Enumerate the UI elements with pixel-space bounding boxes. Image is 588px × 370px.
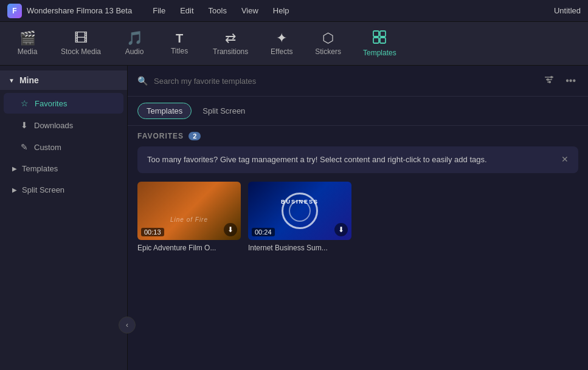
svg-rect-2: [373, 38, 379, 43]
template-title: Epic Adventure Film O...: [137, 244, 241, 252]
media-label: Media: [18, 47, 38, 56]
template-duration: 00:24: [252, 228, 275, 236]
sidebar-item-favorites[interactable]: ☆ Favorites: [4, 93, 123, 114]
sidebar-favorites-label: Favorites: [35, 99, 67, 108]
sidebar-group-split-screen[interactable]: ▶ Split Screen: [4, 180, 123, 200]
template-title: Internet Business Sum...: [248, 244, 351, 252]
download-icon[interactable]: ⬇: [334, 223, 348, 236]
stickers-icon: ⬡: [322, 32, 334, 45]
menu-tools[interactable]: Tools: [202, 4, 233, 18]
svg-point-9: [548, 81, 551, 83]
sidebar-collapse-button[interactable]: ‹: [119, 317, 136, 334]
sidebar-item-downloads[interactable]: ⬇ Downloads: [4, 115, 123, 135]
menu-file[interactable]: File: [147, 4, 171, 18]
audio-label: Audio: [125, 47, 144, 56]
downloads-icon: ⬇: [21, 120, 28, 130]
templates-expand-icon: ▶: [12, 165, 17, 172]
effects-label: Effects: [271, 47, 292, 56]
content-panel: 🔍 ••• Templates Split Screen: [128, 66, 588, 370]
svg-point-8: [547, 78, 549, 81]
toolbar-effects[interactable]: ✦ Effects: [260, 28, 303, 60]
sidebar: ▼ Mine ☆ Favorites ⬇ Downloads ✎ Custom …: [0, 66, 128, 370]
templates-label: Templates: [363, 49, 396, 57]
effects-icon: ✦: [276, 32, 287, 45]
sidebar-group-templates[interactable]: ▶ Templates: [4, 159, 123, 179]
thumb-overlay-text: Line of Fire: [137, 216, 241, 223]
audio-icon: 🎵: [126, 32, 143, 45]
toolbar-audio[interactable]: 🎵 Audio: [113, 28, 156, 60]
template-thumbnail: BUSINESS 00:24 ⬇: [248, 182, 351, 240]
tab-split-screen[interactable]: Split Screen: [194, 103, 254, 118]
toolbar-transitions[interactable]: ⇄ Transitions: [203, 28, 258, 60]
project-title: Untitled: [554, 6, 581, 15]
sidebar-downloads-label: Downloads: [34, 121, 73, 130]
more-options-icon[interactable]: •••: [563, 73, 578, 89]
template-thumbnail: Line of Fire 00:13 ⬇: [137, 182, 241, 240]
stock-media-icon: 🎞: [74, 32, 88, 45]
toolbar-titles[interactable]: T Titles: [158, 29, 201, 59]
custom-icon: ✎: [21, 142, 28, 152]
thumb-business-label: BUSINESS: [281, 199, 319, 205]
main-content: ▼ Mine ☆ Favorites ⬇ Downloads ✎ Custom …: [0, 66, 588, 370]
split-screen-expand-icon: ▶: [12, 187, 17, 193]
favorites-section: FAVORITES 2 Too many favorites? Give tag…: [128, 126, 588, 264]
toolbar-templates[interactable]: Templates: [353, 27, 406, 61]
titles-icon: T: [176, 32, 183, 44]
download-icon[interactable]: ⬇: [224, 223, 237, 236]
template-card[interactable]: BUSINESS 00:24 ⬇ Internet Business Sum..…: [248, 182, 351, 252]
sidebar-custom-label: Custom: [34, 143, 61, 152]
sub-tabs: Templates Split Screen: [128, 97, 588, 126]
templates-icon: [373, 30, 386, 46]
sidebar-split-screen-label: Split Screen: [22, 185, 64, 194]
titles-label: Titles: [171, 47, 188, 55]
sidebar-section-mine: ▼ Mine: [0, 70, 127, 90]
media-icon: 🎬: [19, 32, 36, 45]
info-banner-text: Too many favorites? Give tag management …: [147, 154, 487, 166]
thumb-circle-decoration: [282, 193, 318, 229]
main-toolbar: 🎬 Media 🎞 Stock Media 🎵 Audio T Titles ⇄…: [0, 22, 588, 66]
svg-rect-1: [380, 31, 386, 36]
logo-icon: F: [7, 4, 22, 18]
menu-edit[interactable]: Edit: [174, 4, 199, 18]
sidebar-section-label: Mine: [19, 75, 39, 85]
transitions-label: Transitions: [213, 47, 248, 56]
stock-media-label: Stock Media: [61, 47, 101, 56]
sidebar-templates-label: Templates: [22, 164, 58, 173]
search-input[interactable]: [154, 77, 535, 86]
filter-icon[interactable]: [541, 72, 557, 90]
favorites-icon: ☆: [21, 98, 29, 108]
svg-rect-3: [380, 38, 386, 43]
template-card[interactable]: Line of Fire 00:13 ⬇ Epic Adventure Film…: [137, 182, 241, 252]
menu-help[interactable]: Help: [267, 4, 296, 18]
svg-rect-0: [373, 31, 379, 36]
info-banner: Too many favorites? Give tag management …: [137, 146, 578, 173]
template-grid: Line of Fire 00:13 ⬇ Epic Adventure Film…: [137, 182, 578, 258]
sidebar-item-custom[interactable]: ✎ Custom: [4, 137, 123, 157]
search-header: 🔍 •••: [128, 66, 588, 97]
menu-bar: File Edit Tools View Help: [147, 4, 554, 18]
app-logo: F Wondershare Filmora 13 Beta: [7, 4, 132, 18]
search-icon: 🔍: [137, 76, 148, 86]
title-bar: F Wondershare Filmora 13 Beta File Edit …: [0, 0, 588, 22]
toolbar-stickers[interactable]: ⬡ Stickers: [305, 28, 351, 60]
svg-point-7: [550, 76, 553, 78]
transitions-icon: ⇄: [225, 32, 236, 45]
tab-templates[interactable]: Templates: [137, 103, 192, 119]
toolbar-stock-media[interactable]: 🎞 Stock Media: [51, 28, 111, 60]
favorites-header: FAVORITES 2: [137, 132, 578, 140]
template-duration: 00:13: [141, 228, 164, 236]
toolbar-media[interactable]: 🎬 Media: [6, 28, 49, 60]
mine-arrow-icon: ▼: [9, 77, 15, 84]
close-banner-button[interactable]: ✕: [561, 154, 569, 164]
favorites-section-label: FAVORITES: [137, 132, 184, 140]
app-title: Wondershare Filmora 13 Beta: [27, 6, 132, 15]
favorites-count-badge: 2: [189, 132, 201, 140]
menu-view[interactable]: View: [235, 4, 265, 18]
stickers-label: Stickers: [315, 47, 341, 56]
